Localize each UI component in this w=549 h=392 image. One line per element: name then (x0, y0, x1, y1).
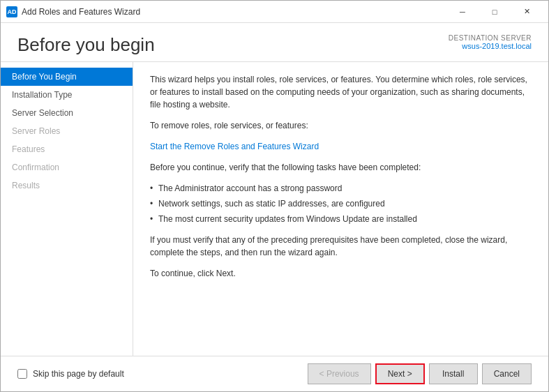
sidebar: Before You Begin Installation Type Serve… (1, 62, 133, 356)
minimize-button[interactable]: ─ (446, 1, 479, 23)
titlebar: AD Add Roles and Features Wizard ─ □ ✕ (1, 1, 548, 23)
footer: Skip this page by default < Previous Nex… (1, 356, 548, 391)
window-controls: ─ □ ✕ (446, 1, 543, 23)
list-item: Network settings, such as static IP addr… (150, 197, 532, 210)
skip-checkbox[interactable] (17, 369, 27, 379)
verify-paragraph2: If you must verify that any of the prece… (150, 234, 532, 259)
destination-label: DESTINATION SERVER (449, 34, 532, 42)
install-button[interactable]: Install (429, 363, 478, 384)
next-button[interactable]: Next > (375, 363, 425, 384)
sidebar-item-server-selection[interactable]: Server Selection (1, 104, 133, 122)
cancel-button[interactable]: Cancel (482, 363, 532, 384)
intro-paragraph: This wizard helps you install roles, rol… (150, 73, 532, 111)
remove-wizard-link[interactable]: Start the Remove Roles and Features Wiza… (150, 142, 319, 151)
bullet-list: The Administrator account has a strong p… (150, 182, 532, 225)
main-content: Before You Begin Installation Type Serve… (1, 62, 548, 356)
list-item: The Administrator account has a strong p… (150, 182, 532, 195)
remove-label: To remove roles, role services, or featu… (150, 119, 532, 132)
verify-paragraph: Before you continue, verify that the fol… (150, 161, 532, 174)
app-icon: AD (6, 6, 17, 17)
destination-server-info: DESTINATION SERVER wsus-2019.test.local (449, 34, 532, 50)
continue-paragraph: To continue, click Next. (150, 267, 532, 280)
sidebar-item-results: Results (1, 176, 133, 195)
list-item: The most current security updates from W… (150, 213, 532, 225)
close-button[interactable]: ✕ (511, 1, 543, 23)
destination-name: wsus-2019.test.local (449, 42, 532, 50)
previous-button[interactable]: < Previous (308, 363, 371, 384)
sidebar-item-before-you-begin[interactable]: Before You Begin (1, 68, 133, 86)
maximize-button[interactable]: □ (479, 1, 511, 23)
footer-buttons: < Previous Next > Install Cancel (308, 363, 532, 384)
skip-checkbox-container: Skip this page by default (17, 369, 124, 379)
titlebar-left: AD Add Roles and Features Wizard (6, 6, 140, 17)
page-title: Before you begin (17, 34, 155, 56)
sidebar-item-server-roles: Server Roles (1, 122, 133, 140)
sidebar-item-features: Features (1, 140, 133, 158)
sidebar-item-confirmation: Confirmation (1, 158, 133, 176)
content-area: This wizard helps you install roles, rol… (133, 62, 548, 356)
skip-label[interactable]: Skip this page by default (33, 369, 124, 379)
header: Before you begin DESTINATION SERVER wsus… (1, 23, 548, 62)
window-title: Add Roles and Features Wizard (22, 7, 140, 17)
sidebar-item-installation-type[interactable]: Installation Type (1, 86, 133, 104)
wizard-window: AD Add Roles and Features Wizard ─ □ ✕ B… (0, 0, 549, 392)
